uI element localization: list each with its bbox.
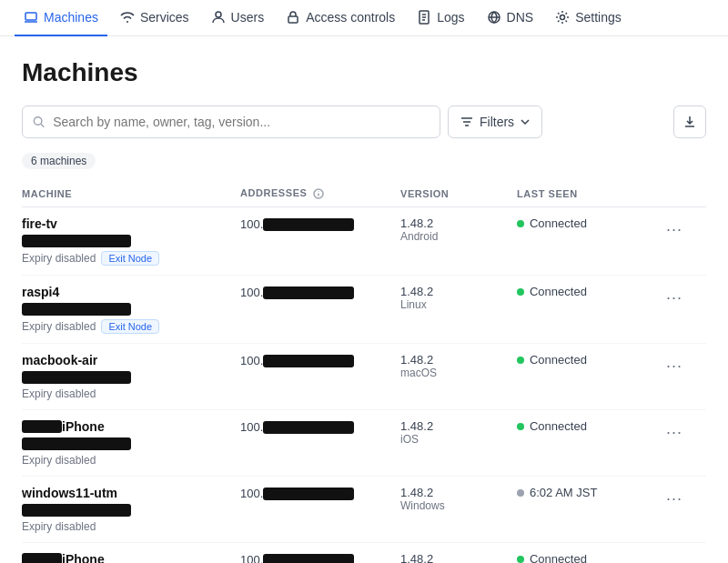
search-icon — [32, 115, 46, 129]
chevron-down-icon — [520, 116, 531, 127]
nav-item-users[interactable]: Users — [202, 0, 274, 36]
status-row: Connected — [517, 419, 662, 433]
status-row: Connected — [517, 216, 662, 230]
machine-name[interactable]: fire-tv — [22, 216, 240, 231]
svg-rect-0 — [25, 13, 36, 20]
svg-point-15 — [318, 191, 319, 192]
col-header-version: VERSION — [400, 180, 517, 207]
nav-item-logs[interactable]: Logs — [408, 0, 473, 36]
addresses-cell: 100. — [240, 344, 400, 410]
filters-button[interactable]: Filters — [448, 106, 542, 138]
version-number: 1.48.2 — [400, 552, 517, 563]
actions-cell: ··· — [662, 344, 706, 410]
addresses-cell: 100. — [240, 207, 400, 276]
version-os: Windows — [400, 499, 517, 512]
machine-name[interactable]: iPhone — [22, 552, 240, 563]
nav-item-dns[interactable]: DNS — [478, 0, 543, 36]
search-input[interactable] — [53, 115, 430, 129]
gear-icon — [555, 10, 570, 25]
user-icon — [211, 10, 226, 25]
laptop-icon — [24, 10, 38, 25]
machine-cell: windows11-utmExpiry disabled — [22, 477, 240, 543]
addresses-cell: 100. — [240, 543, 400, 563]
status-row: Connected — [517, 353, 662, 367]
machine-name[interactable]: raspi4 — [22, 285, 240, 299]
addr-prefix: 100. — [240, 286, 263, 299]
machine-name[interactable]: iPhone — [22, 419, 240, 434]
machine-cell: raspi4Expiry disabledExit Node — [22, 276, 240, 344]
search-box[interactable] — [22, 106, 440, 138]
expiry-tag: Expiry disabled — [22, 320, 96, 333]
addresses-cell: 100. — [240, 276, 400, 344]
machines-table: MACHINE ADDRESSES VERSION LAST SEEN fire… — [22, 180, 706, 563]
exit-node-tag[interactable]: Exit Node — [101, 251, 159, 266]
col-header-actions — [662, 180, 706, 207]
addr-bar — [263, 421, 354, 434]
svg-point-10 — [561, 15, 565, 19]
row-actions-button[interactable]: ··· — [662, 216, 686, 243]
addr-prefix: 100. — [240, 420, 263, 434]
machine-cell: iPhoneExpiry disabled — [22, 410, 240, 477]
filters-label: Filters — [480, 115, 514, 129]
col-header-lastseen: LAST SEEN — [517, 180, 662, 207]
exit-node-tag[interactable]: Exit Node — [101, 319, 159, 334]
version-cell: 1.48.2iOS — [400, 410, 517, 477]
nav-label-access-controls: Access controls — [306, 10, 395, 25]
toolbar: Filters — [22, 106, 706, 138]
row-actions-button[interactable]: ··· — [662, 419, 686, 446]
tag-row: Expiry disabled — [22, 454, 240, 467]
actions-cell: ··· — [662, 207, 706, 276]
nav-item-settings[interactable]: Settings — [546, 0, 631, 36]
page-title: Machines — [22, 58, 706, 87]
machine-count-badge: 6 machines — [22, 153, 96, 169]
version-number: 1.48.2 — [400, 353, 517, 367]
status-row: Connected — [517, 285, 662, 298]
svg-point-2 — [216, 12, 221, 17]
machine-name[interactable]: windows11-utm — [22, 486, 240, 500]
addr-bar — [263, 554, 354, 563]
nav-label-dns: DNS — [507, 10, 534, 25]
actions-cell: ··· — [662, 276, 706, 344]
addresses-cell: 100. — [240, 410, 400, 477]
download-button[interactable] — [673, 106, 706, 138]
expiry-tag: Expiry disabled — [22, 454, 96, 467]
svg-rect-3 — [288, 16, 298, 23]
row-actions-button[interactable]: ··· — [662, 285, 686, 311]
version-number: 1.48.2 — [400, 486, 517, 499]
nav-item-machines[interactable]: Machines — [15, 0, 107, 36]
addresses-cell: 100. — [240, 477, 400, 543]
status-text: 6:02 AM JST — [530, 486, 597, 499]
svg-line-12 — [41, 124, 44, 126]
machine-cell: macbook-airExpiry disabled — [22, 344, 240, 410]
lastseen-cell: Connected — [517, 410, 662, 477]
machine-addr-bar — [22, 437, 131, 450]
row-actions-button[interactable]: ··· — [662, 353, 686, 379]
status-text: Connected — [530, 419, 587, 433]
machine-name[interactable]: macbook-air — [22, 353, 240, 367]
status-dot — [517, 489, 524, 497]
nav-label-logs: Logs — [437, 10, 464, 25]
info-icon — [313, 188, 324, 199]
row-actions-button[interactable]: ··· — [662, 486, 686, 512]
version-os: iOS — [400, 433, 517, 446]
row-actions-button[interactable]: ··· — [662, 552, 686, 563]
actions-cell: ··· — [662, 410, 706, 477]
nav-item-access-controls[interactable]: Access controls — [277, 0, 404, 36]
table-row: raspi4Expiry disabledExit Node100.1.48.2… — [22, 276, 706, 344]
version-os: Linux — [400, 298, 517, 311]
filter-icon — [460, 115, 474, 129]
actions-cell: ··· — [662, 543, 706, 563]
machine-addr-bar — [22, 504, 131, 517]
wifi-icon — [120, 10, 135, 25]
status-text: Connected — [530, 353, 587, 367]
tag-row: Expiry disabled — [22, 387, 240, 400]
version-cell: 1.48.2iOS — [400, 543, 517, 563]
page-content: Machines Filters 6 machines MACHINE ADD — [0, 36, 728, 563]
lock-icon — [286, 10, 300, 25]
tag-row: Expiry disabled — [22, 520, 240, 533]
status-dot — [517, 556, 524, 563]
nav-item-services[interactable]: Services — [111, 0, 198, 36]
nav-label-users: Users — [231, 10, 265, 25]
version-number: 1.48.2 — [400, 419, 517, 433]
status-dot — [517, 220, 524, 227]
